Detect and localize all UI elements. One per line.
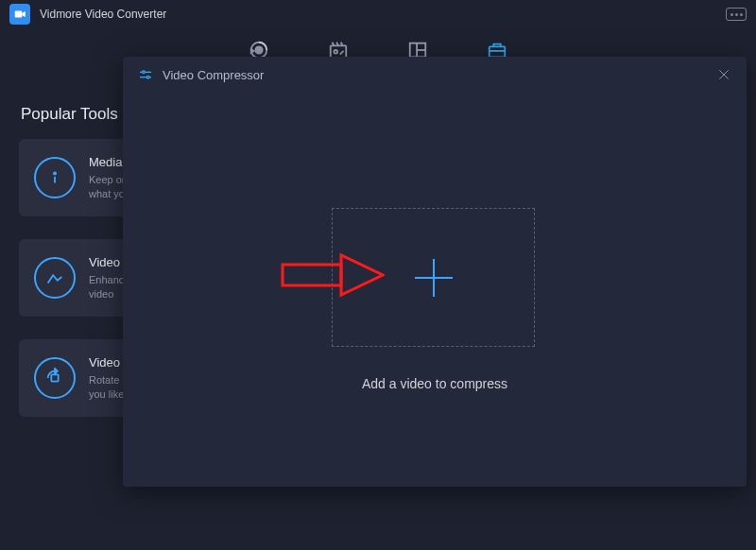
- modal-title: Video Compressor: [163, 68, 707, 82]
- add-video-dropzone[interactable]: [332, 208, 535, 347]
- svg-marker-19: [55, 369, 58, 374]
- svg-point-11: [54, 172, 56, 174]
- svg-rect-9: [490, 46, 506, 57]
- video-compressor-modal: Video Compressor Add a video to compress: [123, 57, 747, 487]
- dropzone-label: Add a video to compress: [123, 376, 747, 391]
- app-title: Vidmore Video Converter: [40, 8, 716, 21]
- info-icon: [34, 157, 76, 198]
- svg-rect-18: [51, 374, 58, 381]
- svg-point-24: [146, 76, 149, 78]
- title-bar: Vidmore Video Converter: [0, 0, 756, 28]
- plus-icon: [415, 259, 453, 297]
- sliders-icon: [138, 67, 153, 82]
- svg-point-2: [255, 46, 262, 53]
- modal-header: Video Compressor: [123, 57, 747, 93]
- enhancer-icon: [34, 257, 76, 299]
- svg-marker-3: [251, 49, 254, 53]
- app-logo-icon: [9, 4, 30, 25]
- feedback-icon[interactable]: [726, 8, 747, 21]
- svg-point-22: [143, 71, 146, 74]
- close-button[interactable]: [716, 67, 731, 82]
- svg-rect-0: [15, 11, 23, 18]
- svg-point-5: [334, 50, 337, 54]
- rotate-icon: [34, 357, 76, 399]
